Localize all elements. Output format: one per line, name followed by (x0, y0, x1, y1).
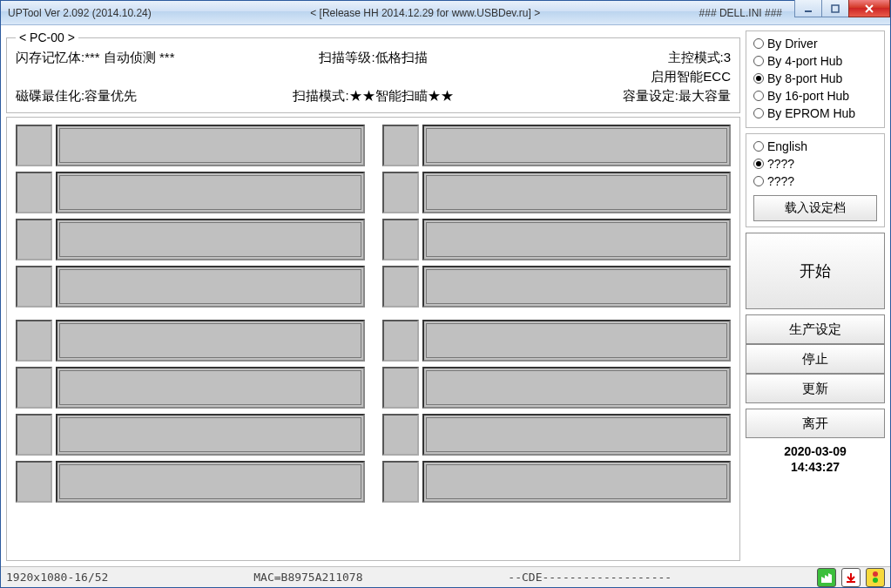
slot-row (382, 461, 732, 503)
slot-row (382, 320, 732, 362)
radio-icon (753, 91, 764, 101)
radio-icon (753, 159, 764, 169)
radio-icon (753, 38, 764, 49)
slot-indicator[interactable] (16, 172, 52, 213)
slot-cell[interactable] (422, 320, 732, 362)
title-right: ### DELL.INI ### (699, 7, 782, 19)
slot-indicator[interactable] (382, 172, 419, 213)
slot-row (382, 266, 732, 308)
slot-row (382, 125, 732, 166)
slot-cell[interactable] (56, 266, 365, 308)
slot-indicator[interactable] (16, 125, 52, 166)
radio-label: By Driver (767, 35, 818, 52)
slot-cell[interactable] (422, 461, 732, 503)
date-label: 2020-03-09 (746, 443, 885, 459)
slot-indicator[interactable] (382, 125, 419, 166)
radio-icon (753, 56, 764, 66)
language-option[interactable]: ???? (753, 172, 877, 190)
radio-icon (753, 176, 764, 186)
slot-indicator[interactable] (16, 461, 52, 503)
topology-option[interactable]: By 8-port Hub (753, 70, 877, 87)
radio-label: By 4-port Hub (767, 52, 842, 70)
slot-cell[interactable] (56, 414, 365, 456)
slot-cell[interactable] (422, 414, 732, 456)
slot-indicator[interactable] (16, 414, 52, 456)
slot-cell[interactable] (422, 266, 732, 308)
slot-cell[interactable] (56, 125, 365, 166)
slot-indicator[interactable] (16, 367, 52, 409)
load-config-button[interactable]: 载入设定档 (753, 195, 877, 221)
slot-row (16, 320, 365, 362)
svg-marker-4 (821, 573, 832, 583)
radio-label: By EPROM Hub (767, 105, 855, 122)
radio-icon (753, 73, 764, 84)
slot-indicator[interactable] (16, 320, 52, 362)
radio-label: English (767, 138, 807, 155)
slot-row (16, 125, 365, 166)
slot-row (16, 461, 365, 503)
slot-cell[interactable] (56, 219, 365, 260)
title-left: UPTool Ver 2.092 (2014.10.24) (8, 7, 152, 19)
topology-option[interactable]: By 4-port Hub (753, 52, 877, 70)
topology-option[interactable]: By EPROM Hub (753, 105, 877, 122)
production-settings-button[interactable]: 生产设定 (746, 314, 885, 344)
slot-row (382, 172, 732, 213)
ecc-label: 启用智能ECC (492, 67, 731, 86)
slot-row (382, 367, 732, 409)
exit-button[interactable]: 离开 (746, 409, 885, 438)
slot-cell[interactable] (422, 125, 732, 166)
app-window: UPTool Ver 2.092 (2014.10.24) < [Release… (0, 0, 891, 588)
radio-icon (753, 108, 764, 118)
slot-cell[interactable] (422, 172, 732, 213)
titlebar: UPTool Ver 2.092 (2014.10.24) < [Release… (1, 1, 890, 25)
topology-option[interactable]: By Driver (753, 35, 877, 52)
traffic-light-icon[interactable] (866, 568, 885, 587)
slot-indicator[interactable] (382, 461, 419, 503)
slot-bank-top (16, 125, 731, 308)
slot-indicator[interactable] (16, 219, 52, 260)
language-option[interactable]: English (753, 138, 877, 155)
slot-row (16, 172, 365, 213)
slot-indicator[interactable] (382, 266, 419, 308)
slot-grid (6, 117, 740, 561)
slot-row (16, 367, 365, 409)
language-panel: English???????? 载入设定档 (746, 133, 885, 227)
slot-cell[interactable] (56, 172, 365, 213)
slot-cell[interactable] (56, 461, 365, 503)
slot-cell[interactable] (56, 320, 365, 362)
right-pane: By DriverBy 4-port HubBy 8-port HubBy 16… (746, 30, 885, 561)
download-icon[interactable] (841, 568, 861, 587)
topology-option[interactable]: By 16-port Hub (753, 87, 877, 105)
slot-indicator[interactable] (382, 320, 419, 362)
slot-indicator[interactable] (382, 414, 419, 456)
slot-cell[interactable] (56, 367, 365, 409)
slot-cell[interactable] (422, 367, 732, 409)
client-area: < PC-00 > 闪存记忆体:*** 自动侦测 *** 扫描等级:低格扫描 主… (1, 25, 890, 566)
left-pane: < PC-00 > 闪存记忆体:*** 自动侦测 *** 扫描等级:低格扫描 主… (6, 30, 740, 561)
factory-icon[interactable] (817, 568, 836, 587)
slot-row (16, 219, 365, 260)
slot-row (16, 266, 365, 308)
status-mac: MAC=B8975A211078 (253, 571, 362, 584)
stop-button[interactable]: 停止 (746, 344, 885, 374)
slot-row (16, 414, 365, 456)
slot-cell[interactable] (422, 219, 732, 260)
scan-level-label: 扫描等级:低格扫描 (254, 48, 493, 67)
refresh-button[interactable]: 更新 (746, 374, 885, 403)
slot-indicator[interactable] (382, 367, 419, 409)
radio-label: By 8-port Hub (767, 70, 842, 87)
action-panel: 生产设定 停止 更新 (746, 314, 885, 403)
disk-opt-label: 磁碟最佳化:容量优先 (16, 86, 254, 105)
slot-indicator[interactable] (382, 219, 419, 260)
close-button[interactable] (848, 0, 890, 17)
minimize-button[interactable] (794, 0, 822, 17)
maximize-button[interactable] (821, 0, 849, 17)
title-center: < [Release HH 2014.12.29 for www.USBDev.… (152, 7, 699, 19)
timestamp: 2020-03-09 14:43:27 (746, 443, 885, 475)
radio-icon (753, 141, 764, 152)
radio-label: ???? (767, 155, 794, 172)
language-option[interactable]: ???? (753, 155, 877, 172)
slot-row (382, 219, 732, 260)
slot-indicator[interactable] (16, 266, 52, 308)
start-button[interactable]: 开始 (746, 233, 885, 309)
